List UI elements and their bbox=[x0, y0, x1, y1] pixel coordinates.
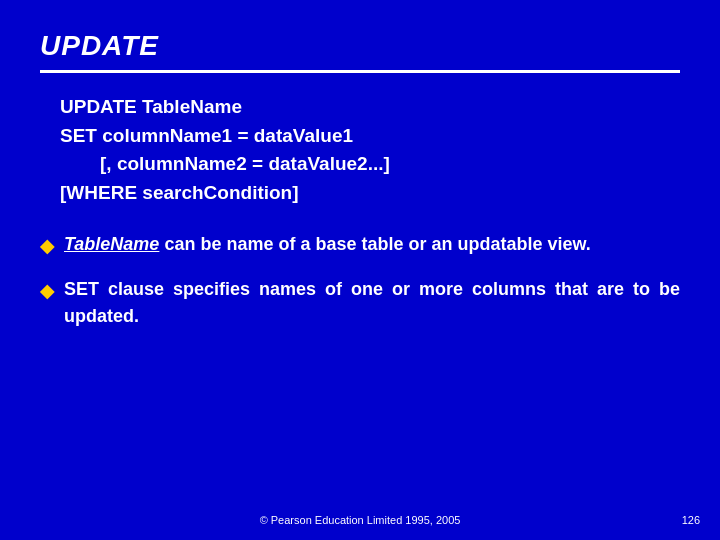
title-section: UPDATE bbox=[40, 30, 680, 73]
copyright-text: © Pearson Education Limited 1995, 2005 bbox=[260, 514, 461, 526]
code-line-3: [, columnName2 = dataValue2...] bbox=[100, 150, 680, 179]
slide-title: UPDATE bbox=[40, 30, 159, 61]
slide-number: 126 bbox=[682, 514, 700, 526]
bullet-1-rest: can be name of a base table or an updata… bbox=[164, 234, 590, 254]
table-name-underline: TableName bbox=[64, 234, 159, 254]
code-line-4: [WHERE searchCondition] bbox=[60, 179, 680, 208]
bullet-section: ◆ TableName can be name of a base table … bbox=[40, 231, 680, 330]
bullet-text-1: TableName can be name of a base table or… bbox=[64, 231, 680, 258]
code-block: UPDATE TableName SET columnName1 = dataV… bbox=[60, 93, 680, 207]
slide-container: UPDATE UPDATE TableName SET columnName1 … bbox=[0, 0, 720, 540]
code-line-2: SET columnName1 = dataValue1 bbox=[60, 122, 680, 151]
footer: © Pearson Education Limited 1995, 2005 bbox=[0, 514, 720, 526]
bullet-item-1: ◆ TableName can be name of a base table … bbox=[40, 231, 680, 260]
bullet-diamond-1: ◆ bbox=[40, 233, 54, 260]
bullet-text-2: SET clause specifies names of one or mor… bbox=[64, 276, 680, 330]
bullet-item-2: ◆ SET clause specifies names of one or m… bbox=[40, 276, 680, 330]
bullet-diamond-2: ◆ bbox=[40, 278, 54, 305]
code-line-1: UPDATE TableName bbox=[60, 93, 680, 122]
